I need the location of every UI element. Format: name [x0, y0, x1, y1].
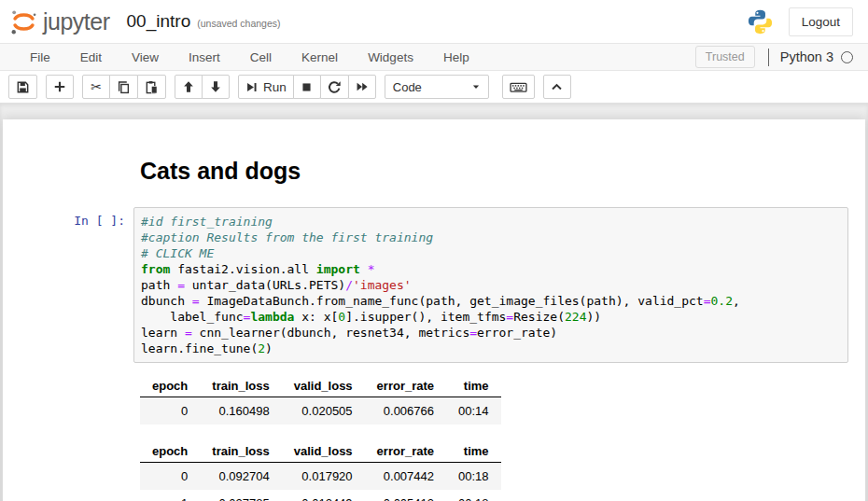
move-cell-down-icon: [209, 80, 222, 93]
checkpoint-status: (unsaved changes): [197, 18, 280, 29]
restart-kernel-icon: [328, 80, 342, 94]
paste-cell-icon: [145, 80, 159, 94]
table-header-cell: train_loss: [200, 375, 281, 397]
jupyter-logo-text: jupyter: [43, 8, 110, 35]
table-cell: 0.160498: [200, 397, 281, 425]
menu-help[interactable]: Help: [428, 45, 484, 70]
jupyter-logo-icon: [9, 7, 38, 36]
copy-cell-button[interactable]: [109, 75, 138, 99]
table-header-cell: time: [446, 375, 501, 397]
restart-run-all-button[interactable]: [348, 75, 376, 99]
code-cell: In [ ]: #id first_training#caption Resul…: [3, 202, 865, 368]
table-header-cell: train_loss: [200, 440, 281, 463]
table-cell: 0.012449: [282, 490, 365, 501]
input-prompt: In [ ]:: [3, 207, 133, 363]
toolbar: ✂: [0, 71, 868, 103]
run-label: Run: [263, 80, 287, 94]
move-cell-down-button[interactable]: [202, 75, 230, 99]
save-icon: [16, 80, 30, 94]
keyboard-icon: [510, 80, 527, 94]
collapse-toolbar-button[interactable]: [543, 75, 571, 99]
table-row: 00.1604980.0205050.00676600:14: [140, 397, 501, 425]
table-row: 10.0277850.0124490.00541300:18: [140, 490, 501, 501]
notebook-title[interactable]: 00_intro: [127, 11, 191, 32]
menu-insert[interactable]: Insert: [174, 45, 235, 70]
table-header-cell: epoch: [140, 440, 200, 463]
kernel-name: Python 3: [780, 49, 833, 64]
table-header-cell: valid_loss: [282, 375, 365, 397]
add-cell-button[interactable]: [46, 75, 74, 99]
command-palette-button[interactable]: [502, 75, 535, 99]
chevron-up-icon: [551, 81, 563, 93]
table-cell: 1: [140, 490, 200, 501]
markdown-cell[interactable]: Cats and dogs: [3, 144, 865, 202]
table-cell: 0.092704: [200, 463, 281, 491]
python-logo-icon: [747, 8, 774, 35]
cell-type-dropdown[interactable]: Code: [385, 75, 489, 99]
table-cell: 0: [140, 397, 200, 425]
table-header-cell: epoch: [140, 375, 200, 397]
add-cell-icon: [53, 80, 66, 93]
markdown-cell-prompt: [3, 148, 133, 198]
section-heading: Cats and dogs: [140, 158, 301, 185]
cell-type-value: Code: [393, 80, 422, 94]
table-row: 00.0927040.0179200.00744200:18: [140, 463, 501, 491]
table-cell: 00:18: [446, 490, 501, 501]
move-cell-up-button[interactable]: [175, 75, 203, 99]
code-editor[interactable]: #id first_training#caption Results from …: [133, 207, 848, 363]
table-cell: 0.005413: [365, 490, 446, 501]
chevron-down-icon: [471, 82, 481, 91]
paste-cell-button[interactable]: [137, 75, 166, 99]
table-cell: 0: [140, 463, 200, 491]
notebook-page: Cats and dogs In [ ]: #id first_training…: [3, 119, 865, 501]
trusted-button[interactable]: Trusted: [695, 46, 755, 68]
copy-cell-icon: [117, 80, 131, 94]
restart-kernel-button[interactable]: [320, 75, 349, 99]
table-cell: 0.027785: [200, 490, 281, 501]
table-cell: 0.006766: [365, 397, 446, 425]
jupyter-logo[interactable]: jupyter: [9, 7, 110, 36]
header: jupyter 00_intro (unsaved changes) Logou…: [0, 0, 868, 43]
table-cell: 0.020505: [282, 397, 365, 425]
save-button[interactable]: [8, 75, 37, 99]
table-cell: 0.017920: [282, 463, 365, 491]
menu-file[interactable]: File: [15, 45, 65, 70]
output-area: epochtrain_lossvalid_losserror_ratetime0…: [133, 375, 865, 501]
cut-cell-icon: ✂: [91, 80, 102, 93]
table-cell: 0.007442: [365, 463, 446, 491]
restart-run-all-icon: [356, 80, 369, 93]
run-icon: [245, 81, 258, 93]
table-cell: 00:18: [446, 463, 501, 491]
code-content: #id first_training#caption Results from …: [141, 214, 841, 356]
menubar: File Edit View Insert Cell Kernel Widget…: [0, 43, 868, 71]
cut-cell-button[interactable]: ✂: [82, 75, 110, 99]
kernel-idle-icon: [841, 51, 853, 63]
table-header-cell: valid_loss: [282, 440, 365, 463]
site-background: Cats and dogs In [ ]: #id first_training…: [0, 103, 868, 501]
table-header-cell: error_rate: [365, 440, 446, 463]
menu-edit[interactable]: Edit: [65, 45, 117, 70]
menu-kernel[interactable]: Kernel: [287, 45, 353, 70]
run-cell-button[interactable]: Run: [238, 75, 294, 99]
table-cell: 00:14: [446, 397, 501, 425]
interrupt-kernel-button[interactable]: [293, 75, 321, 99]
training-results-table-1: epochtrain_lossvalid_losserror_ratetime0…: [140, 375, 501, 424]
table-header-cell: time: [446, 440, 501, 463]
interrupt-kernel-icon: [301, 81, 313, 93]
move-cell-up-icon: [182, 80, 195, 93]
table-header-cell: error_rate: [365, 375, 446, 397]
menu-widgets[interactable]: Widgets: [353, 45, 428, 70]
training-results-table-2: epochtrain_lossvalid_losserror_ratetime0…: [140, 440, 501, 501]
menubar-divider: [768, 49, 769, 66]
menu-cell[interactable]: Cell: [235, 45, 287, 70]
logout-button[interactable]: Logout: [789, 7, 853, 36]
menu-view[interactable]: View: [117, 45, 174, 70]
